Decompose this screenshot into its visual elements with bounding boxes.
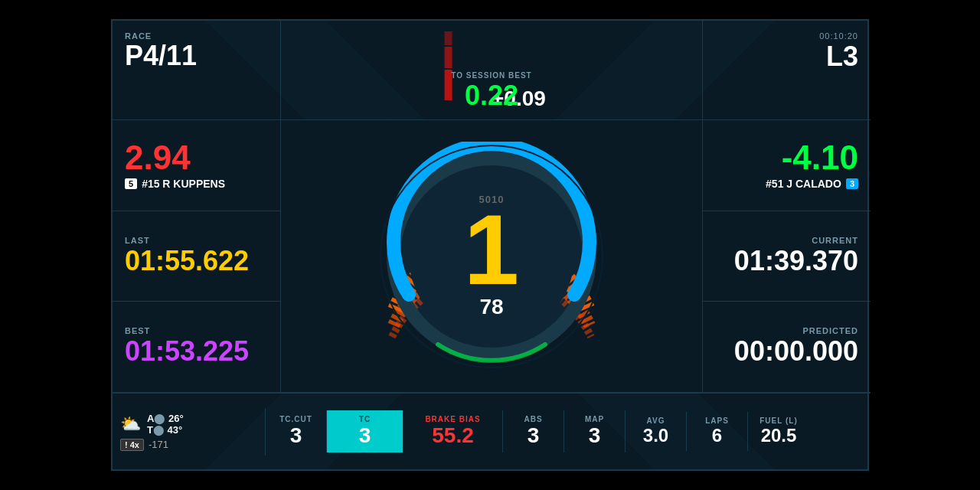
best-label: BEST: [125, 326, 268, 335]
gap-competitor-right: #51 J CALADO 3: [715, 178, 858, 190]
predicted-section: PREDICTED 00:00.000: [703, 302, 871, 392]
last-time: 01:55.622: [125, 245, 268, 277]
gap-value-left: 2.94: [125, 141, 268, 175]
gap-section-left: 2.94 5 #15 R KUPPENS: [113, 120, 280, 211]
track-temp: T⬤ 43°: [147, 424, 184, 436]
best-time: 01:53.225: [125, 335, 268, 368]
weather-bottom: ! 4x -171: [120, 439, 257, 451]
right-panel: -4.10 #51 J CALADO 3 CURRENT 01:39.370 P…: [702, 120, 871, 392]
pos-badge-right: 3: [846, 178, 858, 189]
tc-cut-label: TC.CUT: [272, 415, 320, 423]
left-panel: 2.94 5 #15 R KUPPENS LAST 01:55.622 BEST…: [113, 120, 281, 392]
brake-cell: BRAKE BIAS 55.2: [403, 410, 503, 452]
lap-number-header: L3: [715, 41, 858, 73]
competitor-name-right: #51 J CALADO: [766, 178, 841, 190]
map-val: 3: [570, 423, 619, 448]
fuel-cell: FUEL (L) 20.5: [748, 412, 809, 451]
competitor-name-left: #15 R KUPPENS: [142, 178, 225, 190]
tc-val: 3: [333, 423, 397, 448]
avg-val: 3.0: [632, 425, 680, 446]
last-label: LAST: [125, 236, 268, 245]
gap-section-right: -4.10 #51 J CALADO 3: [703, 120, 871, 211]
tc-cell[interactable]: TC 3: [327, 410, 403, 452]
abs-cell: ABS 3: [503, 410, 564, 452]
current-label: CURRENT: [715, 236, 858, 245]
last-section: LAST 01:55.622: [113, 211, 280, 302]
tc-label: TC: [333, 415, 397, 423]
header-row: RACE P4/11 +0.09 TO SESSION BEST 0.22: [113, 21, 871, 120]
session-best-label: TO SESSION BEST: [451, 71, 531, 80]
header-right: 00:10:20 L3: [702, 21, 871, 119]
gap-competitor-left: 5 #15 R KUPPENS: [125, 178, 268, 190]
best-section: BEST 01:53.225: [113, 302, 280, 392]
abs-val: 3: [509, 423, 557, 448]
session-best-block: TO SESSION BEST 0.22: [451, 71, 531, 112]
pos-badge-left: 5: [125, 178, 137, 189]
tc-offset: -171: [149, 439, 168, 450]
avg-cell: AVG 3.0: [626, 412, 687, 451]
gauge-wrapper: 5010 1 78: [377, 142, 606, 371]
weather-top: ⛅ A⬤ 26° T⬤ 43°: [120, 413, 257, 436]
air-temp: A⬤ 26°: [147, 413, 184, 424]
header-center: +0.09 TO SESSION BEST 0.22: [281, 21, 702, 119]
gear-number: 1: [464, 205, 519, 295]
current-section: CURRENT 01:39.370: [703, 211, 871, 302]
fuel-val: 20.5: [754, 425, 803, 446]
brake-val: 55.2: [410, 423, 496, 448]
predicted-label: PREDICTED: [715, 326, 858, 335]
predicted-time: 00:00.000: [715, 335, 858, 368]
warning-badge: ! 4x: [120, 439, 144, 451]
weather-icon: ⛅: [120, 414, 141, 434]
laps-cell: LAPS 6: [687, 412, 748, 451]
fuel-label: FUEL (L): [754, 416, 803, 425]
laps-val: 6: [693, 425, 741, 446]
tc-cut-val: 3: [272, 423, 320, 448]
abs-label: ABS: [509, 415, 557, 423]
weather-cell: ⛅ A⬤ 26° T⬤ 43° ! 4x -171: [113, 408, 266, 456]
center-gauge: 5010 1 78: [281, 120, 702, 392]
avg-label: AVG: [632, 416, 680, 425]
tc-cut-cell: TC.CUT 3: [266, 410, 327, 452]
race-position: P4/11: [125, 41, 268, 71]
gauge-inner: 5010 1 78: [464, 194, 519, 319]
map-cell: MAP 3: [564, 410, 626, 452]
lap-time-header: 00:10:20: [715, 31, 858, 41]
temp-block: A⬤ 26° T⬤ 43°: [147, 413, 184, 436]
brake-label: BRAKE BIAS: [410, 415, 496, 423]
dashboard: RACE P4/11 +0.09 TO SESSION BEST 0.22: [111, 19, 869, 471]
header-left: RACE P4/11: [113, 21, 281, 119]
session-best-value: 0.22: [451, 80, 531, 112]
middle-row: 2.94 5 #15 R KUPPENS LAST 01:55.622 BEST…: [113, 120, 871, 393]
laps-label: LAPS: [693, 416, 741, 425]
current-time: 01:39.370: [715, 245, 858, 277]
bottom-row: ⛅ A⬤ 26° T⬤ 43° ! 4x -171 TC.CUT 3: [113, 393, 871, 469]
map-label: MAP: [570, 415, 619, 423]
gap-value-right: -4.10: [715, 141, 858, 175]
